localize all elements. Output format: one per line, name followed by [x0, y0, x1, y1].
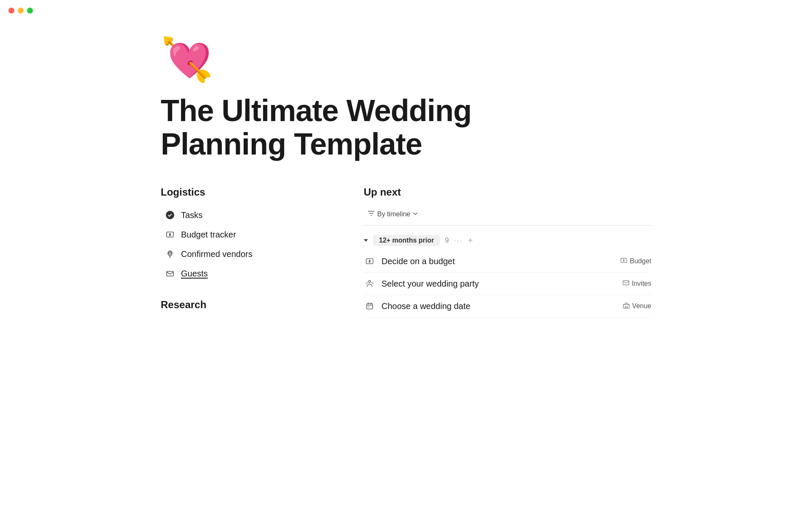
nav-item-tasks[interactable]: Tasks [161, 207, 338, 224]
filter-label: By timeline [377, 210, 410, 218]
dollar-square-task-icon [364, 255, 376, 267]
nav-budget-tracker-label: Budget tracker [181, 230, 236, 240]
list-filter-icon [368, 210, 375, 218]
svg-rect-10 [367, 304, 373, 309]
group-count: 9 [445, 237, 449, 244]
group-toggle[interactable] [364, 239, 368, 242]
chevron-down-icon [413, 210, 418, 218]
svg-rect-13 [625, 306, 626, 308]
task-label-wedding-party: Select your wedding party [381, 279, 617, 289]
svg-rect-5 [167, 271, 173, 276]
filter-bar: By timeline [364, 208, 651, 226]
nav-guests-label: Guests [181, 269, 208, 279]
svg-rect-12 [623, 304, 629, 308]
right-column: Up next By timeline [364, 186, 651, 318]
envelope-icon [164, 268, 176, 279]
page-icon: 💘 [161, 38, 651, 80]
task-row-decide-budget[interactable]: Decide on a budget Budget [364, 250, 651, 273]
task-tag-invites: Invites [623, 279, 651, 288]
maximize-button[interactable] [27, 8, 33, 14]
minimize-button[interactable] [18, 8, 24, 14]
task-label-decide-budget: Decide on a budget [381, 257, 614, 266]
task-tag-budget: Budget [620, 257, 651, 265]
nav-item-confirmed-vendors[interactable]: Confirmed vendors [161, 246, 338, 262]
nav-confirmed-vendors-label: Confirmed vendors [181, 249, 252, 259]
calendar-icon [364, 300, 376, 312]
budget-tag-label: Budget [630, 257, 651, 265]
task-row-wedding-party[interactable]: Select your wedding party Invites [364, 273, 651, 295]
group-add-button[interactable]: + [468, 236, 473, 246]
group-header: 12+ months prior 9 ··· + [364, 229, 651, 250]
venue-tag-icon [623, 302, 630, 310]
research-title: Research [161, 299, 338, 311]
logistics-nav-list: Tasks Budget tracker [161, 207, 338, 282]
invites-tag-icon [623, 279, 629, 288]
task-label-wedding-date: Choose a wedding date [381, 301, 617, 311]
budget-tag-icon [620, 257, 627, 265]
venue-tag-label: Venue [632, 302, 651, 310]
pin-icon [164, 248, 176, 260]
person-arms-icon [364, 278, 376, 290]
traffic-lights [8, 8, 33, 14]
research-section: Research [161, 299, 338, 311]
svg-point-3 [170, 253, 170, 254]
dollar-square-icon [164, 229, 176, 240]
svg-point-0 [166, 211, 174, 219]
logistics-section: Logistics Tasks [161, 186, 338, 282]
invites-tag-label: Invites [632, 280, 651, 287]
left-column: Logistics Tasks [161, 186, 338, 319]
group-options-button[interactable]: ··· [454, 236, 463, 245]
svg-rect-11 [368, 306, 369, 307]
main-layout: Logistics Tasks [161, 186, 651, 319]
task-tag-venue: Venue [623, 302, 651, 310]
nav-item-budget-tracker[interactable]: Budget tracker [161, 226, 338, 243]
page-title: The Ultimate Wedding Planning Template [161, 94, 541, 161]
logistics-title: Logistics [161, 186, 338, 198]
checkmark-circle-icon [164, 209, 176, 221]
filter-by-timeline-button[interactable]: By timeline [364, 208, 422, 220]
up-next-title: Up next [364, 186, 651, 198]
page-content: 💘 The Ultimate Wedding Planning Template… [110, 0, 702, 353]
task-row-wedding-date[interactable]: Choose a wedding date Venue [364, 295, 651, 318]
svg-point-8 [369, 281, 371, 283]
nav-tasks-label: Tasks [181, 210, 203, 220]
svg-rect-9 [623, 281, 629, 285]
nav-item-guests[interactable]: Guests [161, 265, 338, 282]
page-icon-emoji: 💘 [161, 38, 651, 80]
group-label[interactable]: 12+ months prior [373, 235, 440, 246]
close-button[interactable] [8, 8, 14, 14]
svg-rect-14 [627, 306, 628, 308]
